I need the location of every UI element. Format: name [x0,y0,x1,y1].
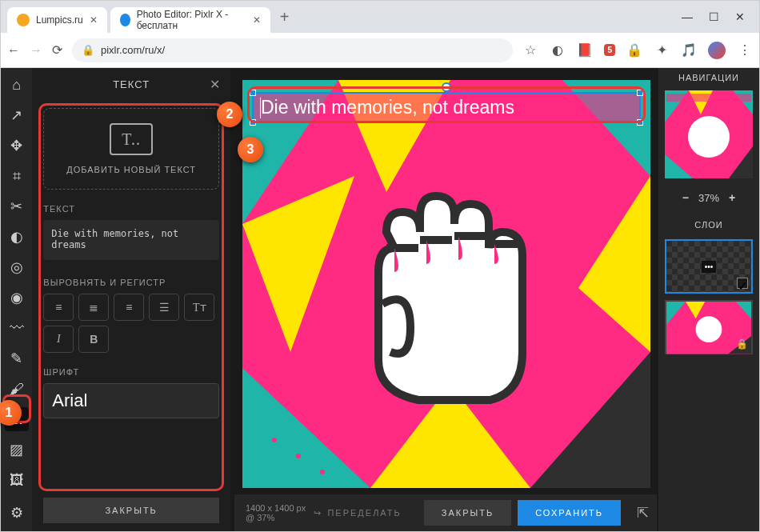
tab-title: Lumpics.ru [36,14,83,26]
nav-title: НАВИГАЦИИ [678,73,739,82]
canvas-dimensions: 1400 x 1400 px @ 37% [246,503,314,522]
maximize-icon[interactable]: ☐ [709,10,719,23]
layer-visibility-checkbox[interactable]: ✓ [737,278,748,289]
tab-title: Photo Editor: Pixlr X - бесплатн [137,9,246,31]
url-text: pixlr.com/ru/x/ [101,44,165,56]
align-right-icon[interactable]: ≡ [114,294,144,321]
resize-handle[interactable] [250,90,256,96]
close-icon[interactable]: ✕ [90,14,98,26]
text-panel: ТЕКСТ ✕ T.. ДОБАВИТЬ НОВЫЙ ТЕКСТ ТЕКСТ В… [32,68,230,531]
rotate-handle[interactable] [442,82,451,92]
cut-icon[interactable]: ✂ [5,194,29,218]
back-icon[interactable]: ← [7,43,20,58]
profile-avatar[interactable] [708,42,726,59]
resize-handle[interactable] [250,119,256,126]
editor-app: ⌂ ↗ ✥ ⌗ ✂ ◐ ◎ ◉ 〰 ✎ 🖌 T. ▨ 🖼 ⚙ ТЕКСТ ✕ T… [1,68,759,531]
align-left-icon[interactable]: ≡ [43,294,74,321]
address-bar[interactable]: 🔒 pixlr.com/ru/x/ [72,38,513,62]
tab-lumpics[interactable]: Lumpics.ru ✕ [7,7,107,33]
extension-icon[interactable]: 🔒 [626,42,642,58]
left-toolbar: ⌂ ↗ ✥ ⌗ ✂ ◐ ◎ ◉ 〰 ✎ 🖌 T. ▨ 🖼 ⚙ [1,68,32,531]
retouch-icon[interactable]: ✎ [5,346,29,370]
titlebar: Lumpics.ru ✕ Photo Editor: Pixlr X - бес… [1,1,759,33]
layer-background[interactable]: 🔒 [665,300,753,354]
bold-icon[interactable]: B [78,326,109,353]
right-panel: НАВИГАЦИИ − 37% + СЛОИ ••• ✓ 🔒 [658,68,759,531]
zoom-controls: − 37% + [682,191,735,204]
panel-header: ТЕКСТ ✕ [32,68,230,100]
close-icon[interactable]: ✕ [253,14,261,26]
panel-footer: ЗАКРЫТЬ [32,490,230,531]
notification-badge[interactable]: 5 [604,44,615,56]
reload-icon[interactable]: ⟳ [52,42,62,58]
navigator-thumb[interactable] [665,90,753,178]
export-icon[interactable]: ⇱ [637,504,649,522]
arrange-icon[interactable]: ↗ [5,103,29,127]
add-text-button[interactable]: T.. ДОБАВИТЬ НОВЫЙ ТЕКСТ [43,108,219,190]
adjust-icon[interactable]: ◐ [5,225,29,249]
svg-point-12 [320,470,325,474]
align-section-label: ВЫРОВНЯТЬ И РЕГИСТР [43,278,219,287]
filter-icon[interactable]: ◎ [5,255,29,279]
home-icon[interactable]: ⌂ [5,73,29,97]
liquify-icon[interactable]: 〰 [5,316,29,340]
layer-text[interactable]: ••• ✓ [665,239,753,294]
callout-3: 3 [238,137,263,162]
redo-icon: ↪ [314,508,322,518]
align-justify-icon[interactable]: ☰ [149,294,179,321]
panel-title: ТЕКСТ [113,78,150,90]
italic-icon[interactable]: I [43,326,74,353]
extension-icon[interactable]: ◐ [550,42,566,58]
style-row: I B [43,326,219,353]
svg-point-26 [696,316,722,342]
draw-icon[interactable]: 🖌 [5,377,29,401]
tab-favicon [17,14,30,26]
panel-close-icon[interactable]: ✕ [210,77,221,92]
save-button[interactable]: СОХРАНИТЬ [518,500,621,526]
zoom-out-icon[interactable]: − [682,191,689,204]
text-case-icon[interactable]: Tᴛ [184,294,214,321]
browser-window: Lumpics.ru ✕ Photo Editor: Pixlr X - бес… [0,0,760,532]
crop-icon[interactable]: ⌗ [5,164,29,188]
zoom-value: 37% [698,192,719,204]
effect-icon[interactable]: ◉ [5,286,29,310]
minimize-icon[interactable]: ― [682,10,693,23]
forward-icon[interactable]: → [30,43,42,58]
media-icon[interactable]: 🎵 [681,42,697,58]
text-section-label: ТЕКСТ [43,204,219,214]
font-selector[interactable]: Arial [43,383,219,418]
zoom-in-icon[interactable]: + [729,191,735,204]
move-icon[interactable]: ✥ [5,134,29,158]
lock-icon[interactable]: 🔒 [736,338,748,350]
bookmark-icon[interactable]: ☆ [522,42,538,58]
canvas-artwork [242,80,650,488]
extension-icon[interactable]: 📕 [577,42,593,58]
callout-2: 2 [217,102,242,127]
extension-icons: ☆ ◐ 📕 5 🔒 ✦ 🎵 ⋮ [522,42,753,59]
align-row: ≡ ≣ ≡ ☰ Tᴛ [43,294,219,321]
close-button[interactable]: ЗАКРЫТЬ [424,500,511,526]
element-icon[interactable]: ▨ [5,438,29,462]
text-input[interactable] [43,220,219,260]
tab-pixlr[interactable]: Photo Editor: Pixlr X - бесплатн ✕ [110,7,270,33]
lock-icon: 🔒 [82,44,94,56]
resize-handle[interactable] [637,119,643,126]
svg-point-19 [688,116,730,158]
extensions-icon[interactable]: ✦ [654,42,670,58]
close-window-icon[interactable]: ✕ [735,10,745,23]
resize-handle[interactable] [637,90,643,96]
window-controls: ― ☐ ✕ [682,10,753,23]
align-center-icon[interactable]: ≣ [78,294,109,321]
new-tab-button[interactable]: + [274,8,296,26]
canvas-text: Die with memories, not dreams [261,97,514,118]
menu-icon[interactable]: ⋮ [737,42,753,58]
image-icon[interactable]: 🖼 [5,468,29,492]
panel-close-button[interactable]: ЗАКРЫТЬ [43,498,219,523]
settings-icon[interactable]: ⚙ [5,501,29,525]
redo-button[interactable]: ↪ПЕРЕДЕЛАТЬ [314,508,401,518]
font-section-label: ШРИФТ [43,367,219,377]
svg-point-10 [272,438,277,442]
text-layer-on-canvas[interactable]: Die with memories, not dreams [252,92,641,123]
canvas[interactable]: Die with memories, not dreams [242,80,650,488]
canvas-area: Die with memories, not dreams [230,68,658,531]
